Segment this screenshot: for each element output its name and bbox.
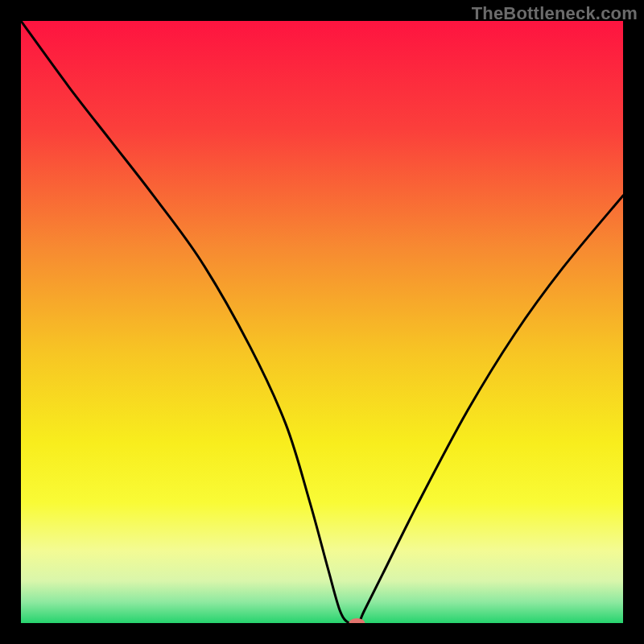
- chart-frame: TheBottleneck.com: [0, 0, 644, 644]
- gradient-background: [21, 21, 623, 623]
- bottleneck-chart: [21, 21, 623, 623]
- watermark-text: TheBottleneck.com: [472, 3, 638, 24]
- plot-area: [21, 21, 623, 623]
